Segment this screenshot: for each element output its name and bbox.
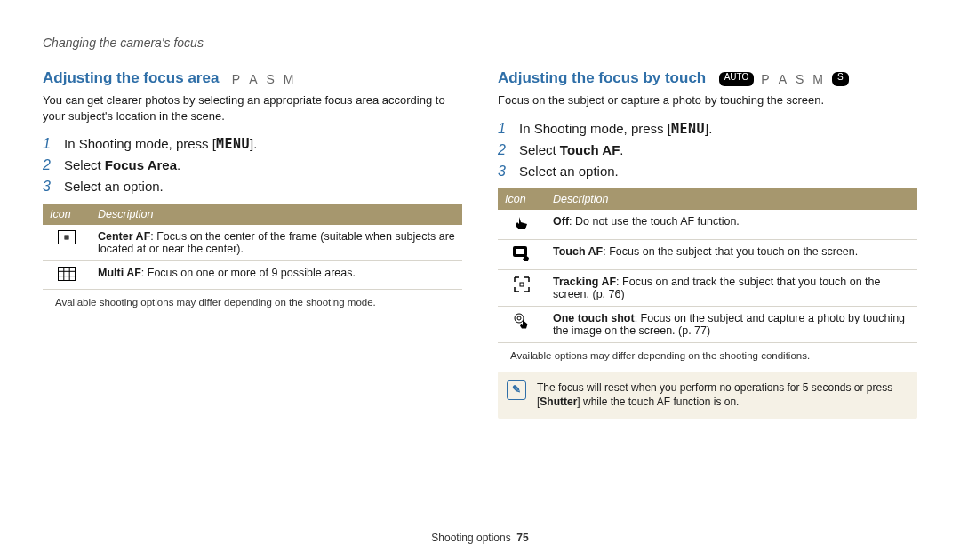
mode-p: P [761, 72, 771, 86]
footnote-left: Available shooting options may differ de… [55, 297, 462, 308]
note-box: ✎ The focus will reset when you perform … [498, 372, 917, 420]
center-af-icon [43, 225, 91, 261]
step-text: Select Focus Area. [64, 157, 180, 173]
focus-area-table: Icon Description Center AF: Focus on the… [43, 204, 462, 290]
table-row: Tracking AF: Focus on and track the subj… [498, 269, 917, 306]
off-icon [498, 210, 546, 240]
step-text: Select an option. [64, 179, 164, 195]
mode-indicator-right: AUTO P A S M S [719, 72, 849, 86]
step-text: Select Touch AF. [519, 142, 624, 158]
step-text: Select an option. [519, 164, 619, 180]
cell-description: One touch shot: Focus on the subject and… [546, 306, 917, 342]
svg-rect-10 [516, 249, 524, 254]
mode-m: M [284, 72, 296, 86]
step-2: 2 Select Touch AF. [498, 142, 917, 158]
svg-rect-4 [59, 268, 76, 281]
svg-point-13 [517, 316, 521, 320]
mode-s-pill: S [832, 72, 849, 86]
mode-indicator-left: P A S M [232, 72, 296, 86]
step-3: 3 Select an option. [43, 179, 462, 195]
left-column: Adjusting the focus area P A S M You can… [43, 69, 462, 419]
step-1: 1 In Shooting mode, press [MENU]. [43, 136, 462, 152]
menu-label: MENU [216, 136, 250, 152]
mode-m: M [812, 72, 825, 86]
one-touch-icon [498, 306, 546, 342]
content-columns: Adjusting the focus area P A S M You can… [43, 69, 917, 419]
th-icon: Icon [43, 204, 91, 225]
cell-description: Center AF: Focus on the center of the fr… [91, 225, 462, 261]
cell-description: Multi AF: Focus on one or more of 9 poss… [91, 261, 462, 290]
steps-right: 1 In Shooting mode, press [MENU]. 2 Sele… [498, 121, 917, 180]
step-number: 1 [43, 136, 55, 152]
cell-description: Touch AF: Focus on the subject that you … [546, 239, 917, 269]
section-title-left: Adjusting the focus area [43, 69, 219, 87]
footnote-right: Available options may differ depending o… [510, 350, 917, 361]
intro-right: Focus on the subject or capture a photo … [498, 92, 917, 108]
note-text: The focus will reset when you perform no… [537, 381, 892, 409]
cell-description: Tracking AF: Focus on and track the subj… [546, 269, 917, 306]
step-number: 3 [498, 164, 510, 180]
mode-p: P [232, 72, 242, 86]
page-header: Changing the camera's focus [43, 36, 917, 50]
mode-a: A [249, 72, 259, 86]
mode-auto-pill: AUTO [719, 72, 755, 86]
table-row: Center AF: Focus on the center of the fr… [43, 225, 462, 261]
right-column: Adjusting the focus by touch AUTO P A S … [498, 69, 917, 419]
table-row: Touch AF: Focus on the subject that you … [498, 239, 917, 269]
table-row: Multi AF: Focus on one or more of 9 poss… [43, 261, 462, 290]
step-text: In Shooting mode, press [MENU]. [64, 136, 257, 152]
step-number: 3 [43, 179, 55, 195]
step-number: 2 [498, 142, 510, 158]
step-3: 3 Select an option. [498, 164, 917, 180]
steps-left: 1 In Shooting mode, press [MENU]. 2 Sele… [43, 136, 462, 195]
step-text: In Shooting mode, press [MENU]. [519, 121, 712, 137]
intro-left: You can get clearer photos by selecting … [43, 92, 462, 124]
step-number: 2 [43, 157, 55, 173]
table-row: Off: Do not use the touch AF function. [498, 210, 917, 240]
multi-af-icon [43, 261, 91, 290]
table-row: One touch shot: Focus on the subject and… [498, 306, 917, 342]
note-icon: ✎ [507, 380, 526, 400]
touch-af-table: Icon Description Off: Do not use the tou… [498, 188, 917, 343]
mode-s: S [796, 72, 805, 86]
menu-label: MENU [671, 121, 705, 137]
mode-a: A [779, 72, 788, 86]
tracking-af-icon [498, 269, 546, 306]
cell-description: Off: Do not use the touch AF function. [546, 210, 917, 240]
step-number: 1 [498, 121, 510, 137]
page-number: 75 [516, 532, 528, 544]
section-title-right: Adjusting the focus by touch [498, 69, 706, 87]
th-icon: Icon [498, 188, 546, 210]
mode-s: S [267, 72, 276, 86]
th-description: Description [91, 204, 462, 225]
svg-rect-11 [520, 283, 524, 286]
page-footer: Shooting options 75 [0, 532, 960, 544]
step-2: 2 Select Focus Area. [43, 157, 462, 173]
footer-label: Shooting options [431, 532, 510, 544]
svg-point-12 [515, 314, 524, 323]
touch-af-icon [498, 239, 546, 269]
th-description: Description [546, 188, 917, 210]
step-1: 1 In Shooting mode, press [MENU]. [498, 121, 917, 137]
